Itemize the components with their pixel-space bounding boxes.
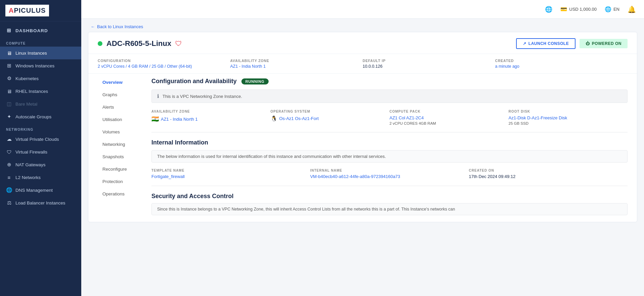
main-area: 🌐 💳 USD 1,000.00 🌐 EN 🔔 ← Back to Linux … (81, 0, 644, 296)
windows-instances-icon: ⊞ (6, 63, 12, 69)
notification-bell[interactable]: 🔔 (628, 5, 636, 13)
vpc-notice-text: This is a VPC Networking Zone Instance. (163, 94, 242, 99)
power-status-button[interactable]: ⏻ POWERED ON (580, 39, 628, 48)
config-section-header: Configuration and Availability RUNNING (151, 78, 628, 85)
avail-zone-label: AVAILABILITY ZONE (151, 110, 271, 113)
autoscale-icon: ✦ (6, 114, 12, 120)
tab-reconfigure-label: Reconfigure (102, 167, 127, 172)
tab-alerts-label: Alerts (102, 105, 114, 110)
tab-graphs-label: Graphs (102, 92, 117, 97)
internal-info-section: Internal Information The below informati… (151, 139, 628, 179)
back-link[interactable]: ← Back to Linux Instances (91, 24, 635, 29)
linux-instances-icon: 🖥 (6, 50, 12, 56)
sidebar-item-autoscale-groups[interactable]: ✦ Autoscale Groups (0, 110, 81, 123)
launch-console-button[interactable]: ↗ LAUNCH CONSOLE (516, 38, 576, 49)
avail-col-zone: AVAILABILITY ZONE 🇮🇳 AZ1 - India North 1 (151, 110, 271, 125)
tab-snapshots-label: Snapshots (102, 154, 124, 159)
currency-value: USD 1,000.00 (569, 7, 597, 12)
tab-operations[interactable]: Operations (98, 188, 149, 200)
sidebar-item-dns-management[interactable]: 🌐 DNS Management (0, 184, 81, 196)
sidebar-item-linux-instances[interactable]: 🖥 Linux Instances (0, 47, 81, 59)
rhel-icon: 🖥 (6, 88, 12, 94)
main-content: ← Back to Linux Instances ADC-R605-5-Lin… (81, 19, 644, 296)
translate-icon: 🌐 (605, 6, 611, 12)
sidebar-item-rhel-instances[interactable]: 🖥 RHEL Instances (0, 85, 81, 98)
info-icon: ℹ (157, 93, 159, 99)
sidebar-item-dashboard[interactable]: ⊞ DASHBOARD (0, 24, 81, 37)
tab-utilisation-label: Utilisation (102, 117, 122, 122)
internal-col-internal-name: INTERNAL NAME VM-b40ecb40-a612-44fe-a80a… (310, 169, 469, 179)
sidebar-item-lb-label: Load Balancer Instances (15, 200, 65, 205)
shield-icon: 🛡 (175, 40, 182, 48)
power-icon: ⏻ (586, 41, 590, 46)
availability-detail-row: AVAILABILITY ZONE 🇮🇳 AZ1 - India North 1… (151, 110, 628, 125)
sidebar-item-bare-metal: ◫ Bare Metal (0, 98, 81, 110)
security-title: Security and Access Control (151, 193, 628, 200)
template-name-value: Fortigate_firewall (151, 174, 310, 179)
running-badge: RUNNING (241, 78, 269, 84)
sidebar-item-firewalls-label: Virtual Firewalls (15, 150, 47, 155)
sidebar-item-autoscale-label: Autoscale Groups (15, 114, 51, 119)
divider-1 (151, 132, 628, 132)
launch-icon: ↗ (523, 41, 526, 46)
currency-icon: 💳 (560, 6, 567, 12)
instance-title-row: ADC-R605-5-Linux 🛡 (98, 39, 182, 48)
sidebar-item-l2-label: L2 Networks (15, 175, 41, 180)
instance-name: ADC-R605-5-Linux (106, 39, 171, 48)
sidebar-item-vpc[interactable]: ☁ Virtual Private Clouds (0, 133, 81, 145)
currency-display[interactable]: 💳 USD 1,000.00 (560, 6, 597, 12)
tab-reconfigure[interactable]: Reconfigure (98, 163, 149, 175)
internal-info-title: Internal Information (151, 139, 628, 146)
tab-protection[interactable]: Protection (98, 176, 149, 187)
az-label: AVAILABILITY ZONE (230, 59, 363, 63)
security-section: Security and Access Control Since this i… (151, 193, 628, 215)
sidebar-item-virtual-firewalls[interactable]: 🛡 Virtual Firewalls (0, 145, 81, 158)
sidebar-item-dns-label: DNS Management (15, 188, 53, 193)
tab-networking-label: Networking (102, 142, 125, 147)
sidebar-item-nat-label: NAT Gateways (15, 162, 46, 167)
load-balancer-icon: ⚖ (6, 200, 12, 206)
instance-header: ADC-R605-5-Linux 🛡 ↗ LAUNCH CONSOLE ⏻ PO… (88, 32, 637, 54)
tab-networking[interactable]: Networking (98, 138, 149, 150)
tab-overview[interactable]: Overview (98, 76, 149, 88)
security-desc: Since this is Instance belongs to a VPC … (151, 203, 628, 215)
tab-alerts[interactable]: Alerts (98, 101, 149, 113)
internal-info-desc: The below information is used for intern… (151, 150, 628, 163)
back-arrow-icon: ← (91, 24, 95, 29)
sidebar-item-load-balancer[interactable]: ⚖ Load Balancer Instances (0, 196, 81, 209)
sidebar-item-kubernetes[interactable]: ⚙ Kubernetes (0, 72, 81, 85)
tab-utilisation[interactable]: Utilisation (98, 114, 149, 125)
sidebar-item-bare-metal-label: Bare Metal (15, 102, 37, 107)
created-label: CREATED (495, 59, 628, 63)
detail-layout: Overview Graphs Alerts Utilisation Volum… (88, 74, 637, 222)
dashboard-icon: ⊞ (6, 27, 12, 34)
language-value: EN (613, 7, 619, 12)
breadcrumb-text: Back to Linux Instances (97, 24, 143, 29)
l2-icon: ≡ (6, 174, 12, 180)
globe-button[interactable]: 🌐 (545, 6, 552, 13)
tab-graphs[interactable]: Graphs (98, 89, 149, 101)
instance-card: ADC-R605-5-Linux 🛡 ↗ LAUNCH CONSOLE ⏻ PO… (88, 32, 637, 222)
sidebar-item-windows-label: Windows Instances (15, 63, 54, 68)
sidebar-item-l2-networks[interactable]: ≡ L2 Networks (0, 171, 81, 184)
logo: APICULUS (5, 5, 49, 16)
logo-area: APICULUS (0, 0, 81, 21)
sidebar-item-nat-gateways[interactable]: ⊕ NAT Gateways (0, 158, 81, 171)
tab-snapshots[interactable]: Snapshots (98, 151, 149, 163)
breadcrumb: ← Back to Linux Instances (81, 19, 644, 32)
language-selector[interactable]: 🌐 EN (605, 6, 619, 12)
vpc-icon: ☁ (6, 136, 12, 142)
sidebar-item-windows-instances[interactable]: ⊞ Windows Instances (0, 59, 81, 72)
topbar: 🌐 💳 USD 1,000.00 🌐 EN 🔔 (81, 0, 644, 19)
tab-volumes[interactable]: Volumes (98, 126, 149, 138)
tab-overview-label: Overview (102, 80, 123, 85)
configuration-value: 2 vCPU Cores / 4 GB RAM / 25 GB / Other … (98, 64, 230, 69)
avail-col-disk: ROOT DISK Az1-Disk D-Az1-Freesize Disk 2… (509, 110, 628, 125)
power-status-label: POWERED ON (592, 41, 622, 46)
avail-compute-sub: 2 vCPU CORES 4GB RAM (389, 121, 509, 125)
avail-col-compute: COMPUTE PACK AZ1 Col AZ1-2C4 2 vCPU CORE… (389, 110, 509, 125)
config-col-ip: DEFAULT IP 10.0.0.126 (363, 59, 495, 69)
sidebar-item-linux-label: Linux Instances (15, 51, 47, 56)
internal-name-label: INTERNAL NAME (310, 169, 469, 172)
config-col-az: AVAILABILITY ZONE AZ1 - India North 1 (230, 59, 363, 69)
